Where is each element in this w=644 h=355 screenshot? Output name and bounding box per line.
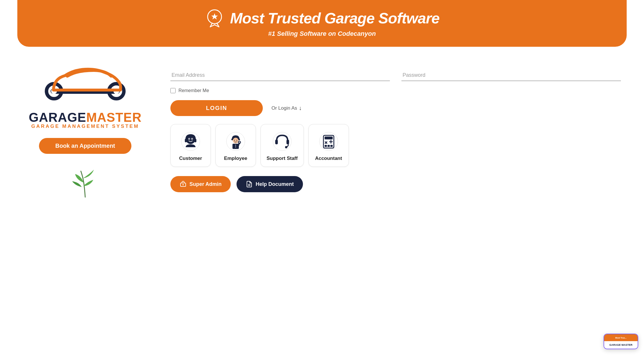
role-card-employee[interactable]: Employee	[215, 124, 256, 167]
plant-decoration	[68, 165, 103, 200]
svg-rect-17	[185, 139, 187, 142]
bottom-buttons: Super Admin Help Document	[170, 176, 621, 192]
svg-rect-41	[327, 145, 330, 147]
password-group	[401, 70, 621, 81]
email-input[interactable]	[170, 70, 390, 81]
remember-me-checkbox[interactable]	[170, 88, 176, 93]
svg-point-28	[235, 147, 236, 147]
brand-garage: GARAGE	[29, 110, 86, 125]
svg-point-27	[235, 145, 236, 146]
customer-icon	[180, 131, 201, 152]
input-row	[170, 70, 621, 81]
award-icon	[204, 8, 225, 28]
svg-rect-30	[275, 140, 278, 144]
login-row: LOGIN Or Login As ↓	[170, 100, 621, 116]
password-input[interactable]	[401, 70, 621, 81]
role-card-customer[interactable]: Customer	[170, 124, 211, 167]
super-admin-label: Super Admin	[189, 181, 222, 187]
remember-me-label: Remember Me	[178, 88, 209, 93]
svg-rect-18	[194, 139, 196, 142]
employee-icon	[226, 131, 246, 152]
svg-point-44	[183, 184, 184, 185]
book-appointment-button[interactable]: Book an Appointment	[39, 138, 131, 154]
logo-area: GARAGE MASTER GARAGE MANAGEMENT SYSTEM	[29, 61, 142, 129]
svg-point-21	[233, 138, 239, 143]
brand-master: MASTER	[86, 110, 142, 125]
role-cards: Customer	[170, 124, 621, 167]
banner-title: Most Trusted Garage Software	[230, 10, 439, 27]
login-button[interactable]: LOGIN	[170, 100, 263, 116]
svg-point-15	[189, 139, 190, 139]
brand-name: GARAGE MASTER	[29, 110, 142, 125]
svg-marker-1	[211, 13, 218, 19]
corner-preview: Most Trus... GARAGE MASTER	[604, 334, 638, 349]
help-doc-icon	[246, 181, 253, 188]
role-card-support-staff[interactable]: Support Staff	[260, 124, 304, 167]
email-group	[170, 70, 390, 81]
svg-rect-42	[330, 145, 333, 147]
car-logo	[36, 61, 134, 107]
support-staff-label: Support Staff	[267, 156, 298, 161]
super-admin-icon	[180, 181, 187, 188]
employee-label: Employee	[224, 156, 247, 161]
help-document-button[interactable]: Help Document	[237, 176, 303, 192]
support-staff-icon	[272, 131, 292, 152]
remember-me-row: Remember Me	[170, 88, 621, 93]
customer-label: Customer	[179, 156, 202, 161]
top-banner: Most Trusted Garage Software #1 Selling …	[17, 0, 627, 47]
left-side: GARAGE MASTER GARAGE MANAGEMENT SYSTEM B…	[23, 61, 147, 200]
right-side: Remember Me LOGIN Or Login As ↓	[170, 61, 621, 192]
svg-point-32	[285, 146, 287, 148]
or-login-as: Or Login As ↓	[271, 105, 302, 111]
svg-point-23	[237, 140, 237, 141]
svg-rect-35	[325, 137, 333, 139]
banner-subtitle: #1 Selling Software on Codecanyon	[268, 30, 376, 38]
accountant-label: Accountant	[315, 156, 342, 161]
svg-point-22	[234, 140, 235, 141]
help-document-label: Help Document	[256, 181, 294, 187]
brand-sub: GARAGE MANAGEMENT SYSTEM	[31, 124, 139, 129]
role-card-accountant[interactable]: Accountant	[308, 124, 349, 167]
svg-rect-40	[325, 145, 327, 147]
super-admin-button[interactable]: Super Admin	[170, 176, 231, 192]
accountant-icon	[319, 131, 339, 152]
svg-point-16	[192, 139, 193, 139]
arrow-down-icon: ↓	[299, 105, 302, 111]
